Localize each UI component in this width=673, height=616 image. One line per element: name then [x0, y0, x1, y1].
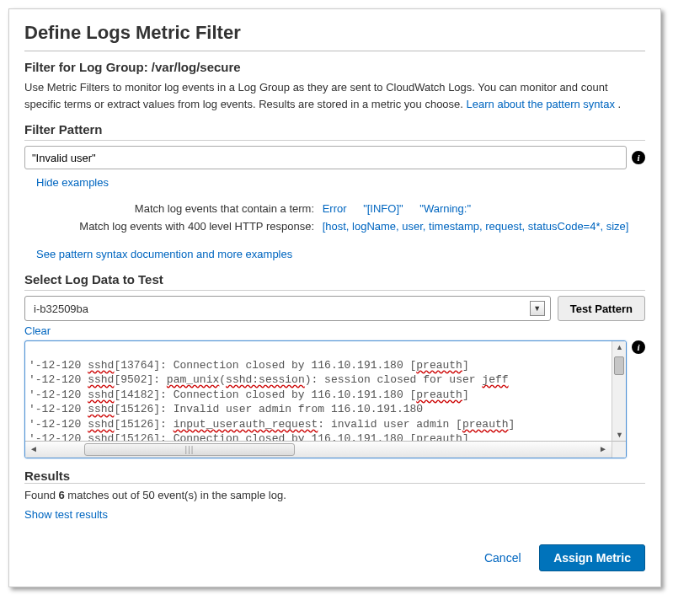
example-value-link[interactable]: "[INFO]" [363, 202, 403, 215]
dialog-footer: Cancel Assign Metric [24, 544, 645, 571]
scroll-down-icon: ▼ [616, 431, 623, 439]
results-summary: Found 6 matches out of 50 event(s) in th… [24, 489, 645, 501]
subtitle: Filter for Log Group: /var/log/secure [24, 60, 645, 74]
log-stream-select[interactable]: i-b32509ba ▼ [24, 296, 551, 321]
description-text: Use Metric Filters to monitor log events… [24, 79, 645, 112]
example-row: Match log events with 400 level HTTP res… [75, 220, 645, 233]
log-preview-textarea[interactable]: '-12-120 sshd[13764]: Connection closed … [25, 341, 626, 441]
clear-link[interactable]: Clear [24, 324, 51, 337]
divider [24, 51, 645, 51]
assign-metric-button[interactable]: Assign Metric [539, 544, 645, 571]
test-pattern-button[interactable]: Test Pattern [558, 296, 645, 321]
scrollbar-thumb[interactable]: ||| [84, 443, 295, 456]
scroll-right-icon: ► [599, 444, 607, 453]
examples-section: Hide examples Match log events that cont… [24, 169, 645, 233]
filter-pattern-label: Filter Pattern [24, 122, 645, 137]
example-value-link[interactable]: Error [323, 202, 347, 215]
log-preview-box: '-12-120 sshd[13764]: Connection closed … [24, 340, 627, 458]
filter-pattern-input[interactable] [24, 146, 627, 169]
filter-pattern-row: i [24, 146, 645, 169]
example-value-link[interactable]: "Warning:" [419, 202, 471, 215]
info-icon[interactable]: i [632, 151, 645, 164]
example-value-link[interactable]: [host, logName, user, timestamp, request… [323, 220, 629, 233]
results-section: Results Found 6 matches out of 50 event(… [24, 469, 645, 521]
hide-examples-link[interactable]: Hide examples [36, 176, 109, 189]
cancel-button[interactable]: Cancel [484, 551, 521, 565]
horizontal-scrollbar[interactable]: ◄ ||| ► [25, 441, 612, 458]
vertical-scrollbar[interactable]: ▲ ▼ [612, 341, 626, 441]
chevron-down-icon: ▼ [530, 301, 545, 316]
show-test-results-link[interactable]: Show test results [24, 508, 108, 521]
divider [24, 290, 645, 291]
page-title: Define Logs Metric Filter [24, 22, 645, 44]
learn-pattern-syntax-link[interactable]: Learn about the pattern syntax [467, 98, 615, 110]
define-metric-filter-dialog: Define Logs Metric Filter Filter for Log… [8, 8, 661, 587]
scroll-corner [612, 441, 626, 458]
results-label: Results [24, 469, 645, 483]
divider [24, 140, 645, 141]
select-log-data-label: Select Log Data to Test [24, 272, 645, 287]
divider [24, 483, 645, 484]
example-row: Match log events that contain a term: Er… [75, 202, 645, 215]
scroll-left-icon: ◄ [29, 444, 38, 453]
pattern-syntax-doc-link[interactable]: See pattern syntax documention and more … [36, 248, 292, 260]
scrollbar-thumb[interactable] [614, 356, 624, 375]
log-preview-row: '-12-120 sshd[13764]: Connection closed … [24, 340, 645, 458]
scroll-up-icon: ▲ [616, 343, 623, 351]
info-icon[interactable]: i [632, 340, 645, 354]
select-log-row: i-b32509ba ▼ Test Pattern [24, 296, 645, 321]
